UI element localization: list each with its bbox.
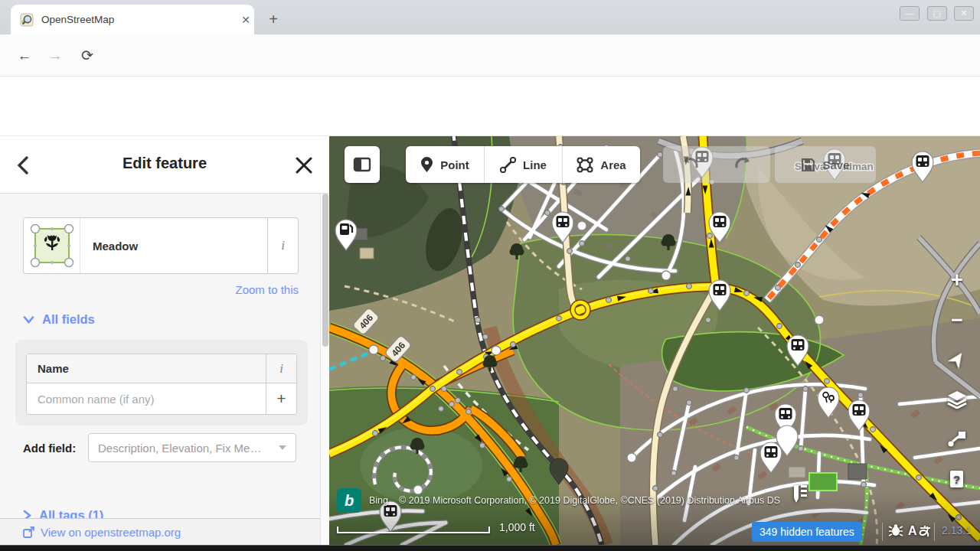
zoom-to-this-link[interactable]: Zoom to this <box>0 283 299 296</box>
chevron-down-icon <box>23 316 34 324</box>
add-field-combobox[interactable]: Description, Elevation, Fix Me… <box>88 433 296 462</box>
maximize-icon[interactable]: ▢ <box>927 6 947 21</box>
reload-icon[interactable]: ⟳ <box>77 45 98 67</box>
add-name-button[interactable]: + <box>266 383 296 414</box>
draw-tools-group: Point Line Area <box>406 146 640 183</box>
minimize-icon[interactable]: — <box>900 6 920 21</box>
map-data-icon <box>947 430 967 448</box>
imagery-info-icon[interactable] <box>792 482 808 505</box>
preset-card[interactable]: Meadow i <box>23 217 299 274</box>
sidebar-scrollbar[interactable] <box>320 194 329 545</box>
view-on-osm-link[interactable]: View on openstreetmap.org <box>23 526 181 539</box>
close-panel-icon[interactable] <box>296 157 312 174</box>
edit-feature-panel: Edit feature <box>0 136 329 545</box>
hidden-features-badge[interactable]: 349 hidden features <box>752 522 862 542</box>
browser-titlebar: OpenStreetMap ✕ + — ▢ ✕ <box>0 0 980 34</box>
sidebar-toggle-icon <box>353 157 371 172</box>
all-fields-toggle[interactable]: All fields <box>23 312 95 327</box>
zoom-in-button[interactable]: + <box>942 265 972 295</box>
redo-button[interactable] <box>717 146 770 183</box>
point-tool-label: Point <box>440 158 469 171</box>
window-controls: — ▢ ✕ <box>896 5 974 21</box>
fields-panel: Name i + <box>15 340 308 425</box>
preset-icon-cell <box>24 218 80 273</box>
tab-title: OpenStreetMap <box>41 14 237 25</box>
point-tool-button[interactable]: Point <box>406 146 484 183</box>
preset-name: Meadow <box>80 218 267 273</box>
forward-icon[interactable]: → <box>44 45 66 67</box>
zoom-out-button[interactable]: − <box>942 305 972 335</box>
redo-icon <box>733 156 753 173</box>
locate-arrow-icon <box>948 350 966 369</box>
point-icon <box>420 157 433 173</box>
view-on-osm-label: View on openstreetmap.org <box>41 526 181 539</box>
save-icon <box>801 158 815 172</box>
close-icon[interactable]: ✕ <box>954 6 974 21</box>
line-icon <box>500 157 516 173</box>
name-label: Name <box>27 354 266 383</box>
sidebar-footer: View on openstreetmap.org <box>0 518 320 545</box>
map-controls: + − ? <box>939 265 975 494</box>
layers-icon <box>947 390 967 409</box>
map-canvas: 406 406 Shuva Goldman <box>329 136 980 545</box>
help-button[interactable]: ? <box>942 464 972 494</box>
preset-info-button[interactable]: i <box>267 218 298 273</box>
back-icon[interactable]: ← <box>14 45 35 67</box>
line-tool-label: Line <box>523 158 547 171</box>
tab-close-icon[interactable]: ✕ <box>237 14 254 26</box>
osm-header: OpenStreetMap Edit History Export More m… <box>0 77 980 136</box>
browser-tab[interactable]: OpenStreetMap ✕ <box>11 5 254 34</box>
new-tab-button[interactable]: + <box>263 9 283 29</box>
save-label: Save <box>822 158 849 171</box>
add-field-placeholder: Description, Elevation, Fix Me… <box>98 442 279 455</box>
area-tool-label: Area <box>600 158 626 171</box>
name-field: Name i + <box>26 354 297 415</box>
undo-redo-group <box>663 146 770 183</box>
sidebar-toggle-button[interactable] <box>345 146 380 183</box>
report-bug-icon[interactable] <box>888 524 903 536</box>
scrollbar-thumb[interactable] <box>322 194 328 347</box>
line-tool-button[interactable]: Line <box>484 146 562 183</box>
window-bottom-edge <box>0 545 980 551</box>
hidden-features-label: 349 hidden features <box>760 526 854 538</box>
save-button[interactable]: Save <box>775 146 876 183</box>
add-field-label: Add field: <box>23 442 88 455</box>
area-tool-button[interactable]: Area <box>562 146 640 183</box>
svg-text:?: ? <box>953 473 960 486</box>
background-layers-button[interactable] <box>942 384 972 415</box>
undo-button[interactable] <box>663 146 717 183</box>
help-icon: ? <box>949 469 965 489</box>
map-data-button[interactable] <box>942 424 972 455</box>
all-fields-label: All fields <box>42 312 95 327</box>
add-field-row: Add field: Description, Elevation, Fix M… <box>23 433 308 462</box>
chevron-down-icon <box>279 445 286 450</box>
area-icon <box>577 157 593 173</box>
browser-toolbar: ← → ⟳ https://www.openstreetmap.org/edit… <box>0 34 980 77</box>
name-input-row: + <box>27 383 296 414</box>
svg-text:A: A <box>908 524 917 537</box>
name-field-header: Name i <box>27 354 296 383</box>
meadow-preset-icon <box>24 218 80 273</box>
panel-title: Edit feature <box>0 155 329 172</box>
geolocate-button[interactable] <box>942 344 972 375</box>
undo-icon <box>680 156 700 173</box>
footer-icons: A <box>888 523 934 537</box>
external-link-icon <box>23 527 34 538</box>
map-view[interactable]: 406 406 Shuva Goldman <box>329 136 980 545</box>
panel-header: Edit feature <box>0 136 329 194</box>
translate-icon[interactable]: A <box>908 523 934 537</box>
name-info-button[interactable]: i <box>266 354 296 383</box>
osm-favicon <box>20 13 34 27</box>
name-input[interactable] <box>27 383 266 414</box>
